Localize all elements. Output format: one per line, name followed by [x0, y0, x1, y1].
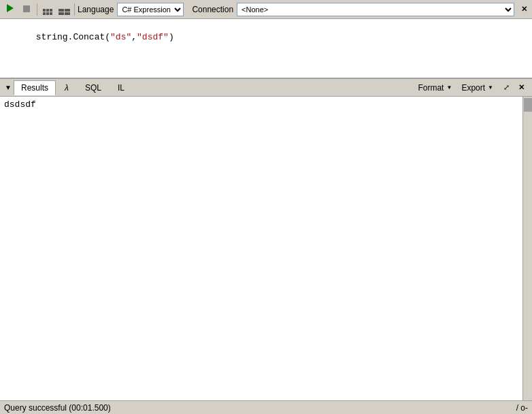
format-label: Format [418, 83, 444, 93]
language-select[interactable]: C# Expression [117, 3, 184, 16]
separator-2 [74, 3, 75, 16]
tab-results[interactable]: Results [14, 80, 56, 95]
results-content: dsdsdf [0, 97, 532, 400]
tab-il-label: IL [118, 83, 124, 93]
results-actions: Format ▼ Export ▼ ⤢ ✕ [414, 81, 527, 95]
stop-button[interactable] [19, 2, 34, 17]
export-chevron-icon: ▼ [488, 84, 493, 91]
grid-view-button[interactable] [40, 2, 55, 17]
results-close-icon: ✕ [518, 83, 525, 92]
tab-lambda[interactable]: λ [57, 80, 76, 95]
stop-icon [23, 4, 30, 14]
position-text: / o- [516, 403, 528, 413]
export-button[interactable]: Export ▼ [458, 81, 497, 95]
status-text: Query successful (00:01.500) [4, 403, 111, 413]
tab-il[interactable]: IL [110, 80, 132, 95]
grid-icon [43, 3, 52, 15]
statusbar: Query successful (00:01.500) / o- [0, 400, 532, 414]
connection-label: Connection [192, 5, 233, 14]
format-button[interactable]: Format ▼ [414, 81, 455, 95]
tab-lambda-label: λ [65, 83, 69, 93]
results-content-wrapper: dsdsdf [0, 97, 532, 400]
table-view-button[interactable] [56, 2, 71, 17]
result-value: dsdsdf [4, 99, 36, 110]
separator-1 [37, 3, 37, 16]
maximize-icon: ⤢ [503, 83, 510, 92]
results-close-button[interactable]: ✕ [516, 82, 527, 93]
export-label: Export [461, 83, 485, 93]
run-button[interactable] [3, 2, 18, 17]
scrollbar-right[interactable] [522, 97, 532, 400]
editor-close-button[interactable]: ✕ [518, 4, 529, 15]
editor-content: string.Concat("ds","dsdf") [4, 22, 528, 52]
connection-select[interactable]: <None> [237, 3, 514, 16]
language-label: Language [78, 5, 114, 14]
toolbar: Language C# Expression Connection <None>… [0, 0, 532, 19]
main-container: Language C# Expression Connection <None>… [0, 0, 532, 414]
run-icon [7, 4, 14, 14]
tab-sql-label: SQL [85, 83, 101, 93]
format-chevron-icon: ▼ [446, 84, 452, 91]
results-tabbar: ▼ Results λ SQL IL Format ▼ Export [0, 79, 532, 97]
tab-arrow[interactable]: ▼ [3, 82, 14, 93]
scrollbar-thumb[interactable] [524, 98, 532, 112]
table-icon [59, 3, 70, 15]
maximize-button[interactable]: ⤢ [499, 81, 513, 95]
tab-results-label: Results [21, 83, 48, 93]
editor-area[interactable]: string.Concat("ds","dsdf") [0, 19, 532, 79]
tab-sql[interactable]: SQL [78, 80, 109, 95]
results-wrapper: ▼ Results λ SQL IL Format ▼ Export [0, 79, 532, 400]
